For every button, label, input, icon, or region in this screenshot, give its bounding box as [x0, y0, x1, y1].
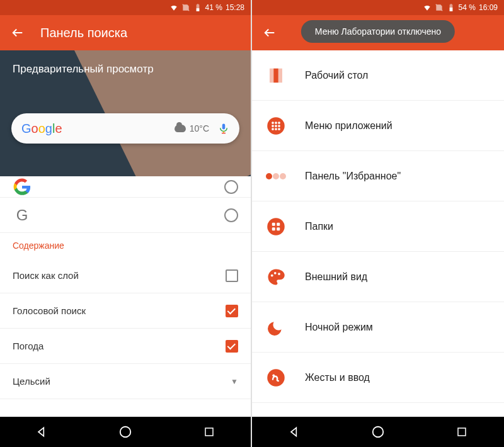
settings-list: Рабочий стол Меню приложений Панель "Изб…	[252, 50, 504, 417]
app-grid-icon	[265, 115, 287, 137]
svg-point-33	[373, 427, 384, 438]
screen-nova-settings: 54 % 16:09 Меню Лаборатории отключено Ра…	[252, 0, 504, 447]
battery-percent: 41 %	[205, 3, 222, 12]
preview-hero: Предварительный просмотр Google 10°C	[0, 50, 251, 176]
triangle-back-icon	[35, 426, 48, 438]
options-list: G Содержание Поиск как слой Голосовой по…	[0, 176, 251, 417]
svg-rect-5	[205, 428, 213, 436]
svg-point-31	[267, 369, 285, 387]
svg-point-19	[278, 128, 280, 130]
settings-item-look-feel[interactable]: Внешний вид	[252, 252, 504, 302]
svg-point-22	[280, 173, 286, 179]
checkbox-checked[interactable]	[226, 305, 238, 317]
section-header-content: Содержание	[0, 233, 251, 258]
settings-item-desktop[interactable]: Рабочий стол	[252, 50, 504, 101]
wifi-icon	[169, 3, 178, 12]
svg-point-28	[271, 274, 273, 276]
folder-icon	[265, 215, 287, 238]
no-sim-icon	[181, 3, 190, 12]
moon-icon	[265, 316, 287, 339]
settings-item-folders[interactable]: Папки	[252, 201, 504, 252]
back-button[interactable]	[257, 20, 282, 45]
nav-home-button[interactable]	[106, 419, 144, 444]
svg-rect-24	[272, 222, 275, 225]
status-bar: 41 % 15:28	[0, 0, 251, 15]
svg-rect-8	[273, 68, 278, 82]
svg-rect-34	[458, 428, 466, 436]
settings-item-gestures[interactable]: Жесты и ввод	[252, 353, 504, 403]
nav-recent-button[interactable]	[190, 419, 228, 444]
svg-point-21	[273, 173, 279, 179]
google-g-mono-icon: G	[13, 206, 32, 225]
nav-back-button[interactable]	[23, 419, 60, 444]
preview-label: Предварительный просмотр	[13, 63, 154, 76]
option-search-layer[interactable]: Поиск как слой	[0, 258, 251, 293]
battery-icon	[447, 3, 455, 12]
svg-point-15	[275, 125, 277, 127]
settings-item-night-mode[interactable]: Ночной режим	[252, 302, 504, 353]
gesture-icon	[265, 366, 287, 389]
nav-home-button[interactable]	[359, 419, 397, 444]
weather-widget[interactable]: 10°C	[175, 123, 209, 133]
mic-icon[interactable]	[218, 122, 229, 135]
app-bar: Панель поиска	[0, 15, 251, 50]
nav-recent-button[interactable]	[443, 419, 481, 444]
svg-point-12	[275, 122, 277, 124]
desktop-icon	[265, 64, 287, 87]
google-logo: Google	[21, 122, 62, 136]
svg-point-18	[275, 128, 277, 130]
status-bar: 54 % 16:09	[252, 0, 504, 15]
svg-rect-26	[272, 227, 275, 230]
svg-point-20	[266, 173, 272, 179]
circle-home-icon	[371, 425, 385, 439]
svg-point-11	[272, 122, 274, 124]
no-sim-icon	[435, 3, 444, 12]
back-button[interactable]	[5, 20, 30, 45]
option-voice-search[interactable]: Голосовой поиск	[0, 293, 251, 329]
search-pill[interactable]: Google 10°C	[11, 113, 239, 144]
svg-rect-7	[270, 68, 273, 82]
square-recent-icon	[203, 426, 215, 438]
settings-item-app-menu[interactable]: Меню приложений	[252, 101, 504, 151]
dock-icon	[265, 165, 287, 188]
svg-point-13	[278, 122, 280, 124]
svg-point-17	[272, 128, 274, 130]
clock: 15:28	[226, 3, 244, 12]
app-bar: Меню Лаборатории отключено	[252, 15, 504, 50]
toast-lab-disabled: Меню Лаборатории отключено	[301, 20, 455, 43]
svg-point-29	[274, 271, 277, 274]
option-weather[interactable]: Погода	[0, 329, 251, 364]
svg-rect-9	[278, 68, 282, 82]
logo-option-google-mono[interactable]: G	[0, 198, 251, 233]
nav-bar	[0, 417, 251, 447]
radio-unchecked[interactable]	[224, 208, 238, 222]
settings-item-favorites[interactable]: Панель "Избранное"	[252, 151, 504, 201]
svg-rect-1	[222, 124, 226, 130]
cloud-icon	[175, 125, 186, 132]
triangle-back-icon	[288, 426, 301, 438]
checkbox-unchecked[interactable]	[226, 269, 238, 282]
logo-option-google-color[interactable]	[0, 176, 251, 198]
svg-point-23	[267, 218, 285, 235]
battery-icon	[193, 3, 202, 12]
nav-back-button[interactable]	[275, 419, 313, 444]
square-recent-icon	[456, 426, 467, 438]
checkbox-checked[interactable]	[226, 340, 238, 353]
radio-unchecked[interactable]	[224, 180, 238, 194]
svg-rect-27	[277, 227, 280, 230]
google-g-color-icon	[13, 178, 32, 196]
svg-point-14	[272, 125, 274, 127]
svg-point-32	[272, 374, 275, 376]
option-celsius[interactable]: Цельсий ▼	[0, 364, 251, 399]
screen-search-panel: 41 % 15:28 Панель поиска Предварительный…	[0, 0, 252, 447]
svg-rect-25	[277, 222, 280, 225]
svg-point-4	[120, 427, 131, 438]
clock: 16:09	[479, 3, 498, 12]
page-title: Панель поиска	[40, 26, 127, 40]
chevron-down-icon: ▼	[231, 377, 238, 386]
battery-percent: 54 %	[459, 3, 476, 12]
wifi-icon	[423, 3, 432, 12]
svg-point-16	[278, 125, 280, 127]
palette-icon	[265, 266, 287, 288]
weather-temp: 10°C	[190, 123, 209, 133]
